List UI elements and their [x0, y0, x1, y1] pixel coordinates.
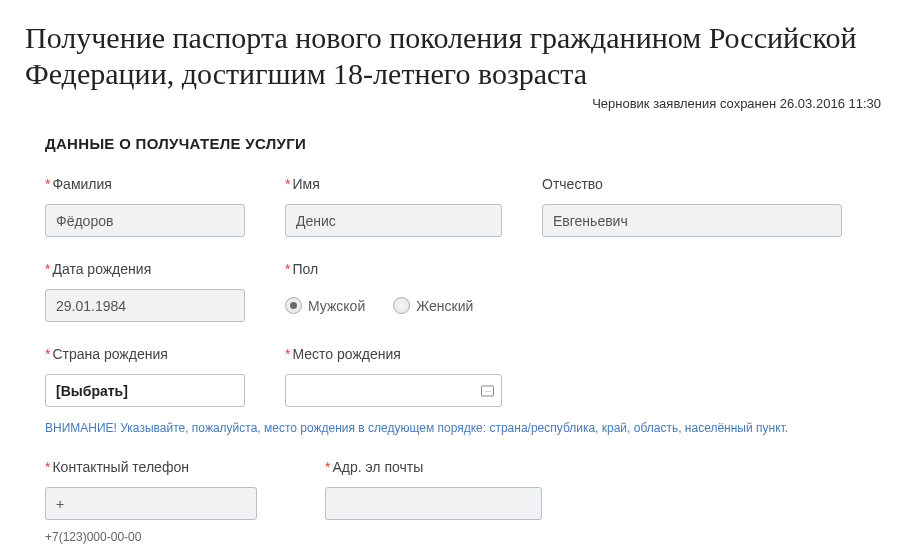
section-title: ДАННЫЕ О ПОЛУЧАТЕЛЕ УСЛУГИ	[45, 135, 881, 152]
patronymic-label: Отчество	[542, 176, 842, 192]
draft-saved-note: Черновик заявления сохранен 26.03.2016 1…	[25, 96, 881, 111]
birth-country-label: Страна рождения	[45, 346, 245, 362]
radio-icon	[393, 297, 410, 314]
phone-format-hint: +7(123)000-00-00	[45, 530, 881, 544]
dob-input[interactable]	[45, 289, 245, 322]
patronymic-input[interactable]	[542, 204, 842, 237]
birth-place-hint: ВНИМАНИЕ! Указывайте, пожалуйста, место …	[45, 421, 881, 435]
gender-radio-group: Мужской Женский	[285, 289, 502, 322]
gender-female-radio[interactable]: Женский	[393, 297, 473, 314]
surname-input[interactable]	[45, 204, 245, 237]
gender-female-label: Женский	[416, 298, 473, 314]
birth-country-select[interactable]: [Выбрать]	[45, 374, 245, 407]
phone-input[interactable]	[45, 487, 257, 520]
radio-icon	[285, 297, 302, 314]
gender-male-radio[interactable]: Мужской	[285, 297, 365, 314]
keyboard-icon[interactable]: ⋯	[481, 385, 494, 396]
surname-label: Фамилия	[45, 176, 245, 192]
name-input[interactable]	[285, 204, 502, 237]
name-label: Имя	[285, 176, 502, 192]
dob-label: Дата рождения	[45, 261, 245, 277]
gender-male-label: Мужской	[308, 298, 365, 314]
birth-place-label: Место рождения	[285, 346, 502, 362]
email-input[interactable]	[325, 487, 542, 520]
email-label: Адр. эл почты	[325, 459, 542, 475]
gender-label: Пол	[285, 261, 502, 277]
birth-place-input[interactable]	[285, 374, 502, 407]
phone-label: Контактный телефон	[45, 459, 257, 475]
page-title: Получение паспорта нового поколения граж…	[25, 20, 881, 92]
